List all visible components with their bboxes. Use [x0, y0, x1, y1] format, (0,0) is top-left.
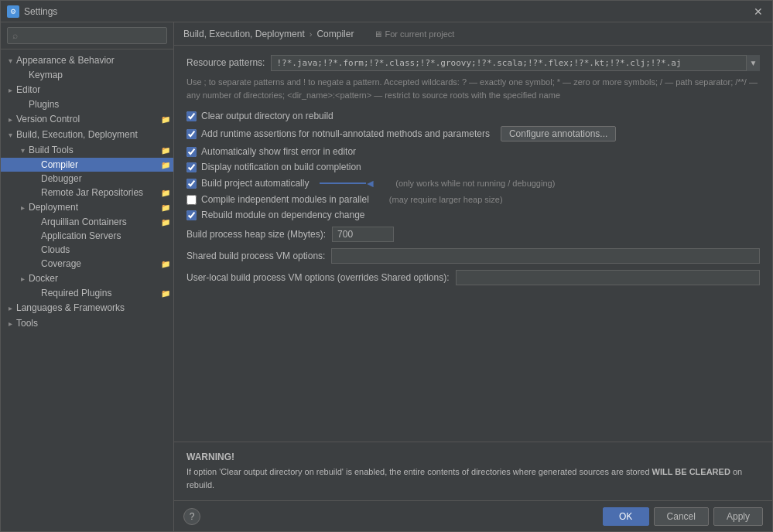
warning-text-content: If option 'Clear output directory on reb… [186, 467, 742, 489]
sidebar-item-remote-jar-repositories[interactable]: Remote Jar Repositories📁 [1, 186, 173, 200]
checkbox-row-build-automatically: Build project automatically◄(only works … [186, 177, 760, 189]
sidebar-item-label-compiler: Compiler [41, 159, 161, 170]
search-box [1, 22, 173, 49]
sidebar-item-label-build-tools: Build Tools [29, 145, 161, 155]
checkbox-rebuild-module[interactable] [186, 210, 197, 220]
checkbox-label-clear-output: Clear output directory on rebuild [201, 111, 333, 121]
breadcrumb-arrow: › [310, 29, 313, 39]
sidebar-item-editor[interactable]: ▸Editor [1, 82, 173, 97]
arrow-line [320, 182, 366, 184]
sidebar-item-label-application-servers: Application Servers [41, 230, 173, 241]
warning-text: If option 'Clear output directory on reb… [186, 466, 760, 491]
checkbox-show-first-error[interactable] [186, 147, 197, 157]
arrow-head-build-automatically: ◄ [364, 177, 375, 189]
sidebar-item-label-docker: Docker [29, 273, 173, 284]
folder-icon-coverage: 📁 [161, 260, 170, 268]
warning-title: WARNING! [186, 452, 760, 462]
checkbox-compile-independent[interactable] [186, 195, 197, 205]
sidebar-item-build-tools[interactable]: ▾Build Tools📁 [1, 142, 173, 158]
heap-size-row: Build process heap size (Mbytes): [186, 227, 760, 242]
app-icon: ⚙ [7, 5, 19, 18]
checkbox-add-runtime-assertions[interactable] [186, 129, 197, 139]
checkbox-build-automatically[interactable] [186, 179, 197, 189]
sidebar-item-label-required-plugins: Required Plugins [41, 288, 161, 298]
search-input[interactable] [7, 27, 167, 44]
checkbox-row-rebuild-module: Rebuild module on dependency change [186, 210, 760, 220]
sidebar-item-version-control[interactable]: ▸Version Control📁 [1, 111, 173, 127]
sidebar-item-tools[interactable]: ▸Tools [1, 315, 173, 331]
expand-arrow-languages-frameworks: ▸ [4, 302, 16, 314]
expand-arrow-editor: ▸ [4, 84, 16, 96]
arrow-indicator-build-automatically: ◄ [320, 177, 375, 189]
close-button[interactable]: ✕ [751, 5, 766, 18]
folder-icon-deployment: 📁 [161, 203, 170, 212]
breadcrumb-path2: Compiler [316, 29, 354, 39]
sidebar-item-arquillian-containers[interactable]: Arquillian Containers📁 [1, 215, 173, 229]
sidebar-item-label-editor: Editor [16, 84, 173, 95]
main-content: ▾Appearance & BehaviorKeymap▸EditorPlugi… [1, 22, 772, 531]
help-button[interactable]: ? [183, 508, 200, 525]
checkbox-row-show-first-error: Automatically show first error in editor [186, 146, 760, 157]
sidebar-item-label-plugins: Plugins [29, 99, 173, 110]
sidebar-item-label-languages-frameworks: Languages & Frameworks [16, 302, 173, 313]
expand-arrow-docker: ▸ [16, 272, 29, 285]
resource-patterns-label: Resource patterns: [186, 55, 265, 68]
configure-annotations-button[interactable]: Configure annotations... [501, 126, 616, 142]
checkbox-display-notification[interactable] [186, 162, 197, 172]
sidebar-item-compiler[interactable]: Compiler📁 [1, 158, 173, 172]
resource-patterns-row: Resource patterns: ▼ [186, 55, 760, 71]
user-local-vm-input[interactable] [456, 270, 761, 285]
sidebar-item-plugins[interactable]: Plugins [1, 97, 173, 111]
checkbox-clear-output[interactable] [186, 111, 197, 121]
sidebar-item-label-debugger: Debugger [41, 173, 173, 184]
project-icon: 🖥 [374, 29, 382, 39]
sidebar-item-label-clouds: Clouds [41, 244, 173, 255]
sidebar-item-docker[interactable]: ▸Docker [1, 271, 173, 286]
sidebar-item-clouds[interactable]: Clouds [1, 243, 173, 257]
checkbox-note-build-automatically: (only works while not running / debuggin… [395, 179, 555, 188]
checkbox-row-display-notification: Display notification on build completion [186, 162, 760, 172]
apply-button[interactable]: Apply [713, 507, 763, 526]
checkbox-row-compile-independent: Compile independent modules in parallel(… [186, 194, 760, 205]
ok-button[interactable]: OK [603, 507, 649, 526]
sidebar: ▾Appearance & BehaviorKeymap▸EditorPlugi… [1, 22, 174, 531]
project-label: For current project [385, 29, 455, 39]
settings-window: ⚙ Settings ✕ ▾Appearance & BehaviorKeyma… [0, 0, 773, 532]
resource-input-expand-button[interactable]: ▼ [746, 55, 760, 71]
warning-section: WARNING! If option 'Clear output directo… [174, 442, 772, 500]
title-bar: ⚙ Settings ✕ [1, 1, 772, 22]
sidebar-item-keymap[interactable]: Keymap [1, 68, 173, 82]
checkboxes-container: Clear output directory on rebuildAdd run… [186, 111, 760, 220]
expand-arrow-deployment: ▸ [16, 201, 29, 213]
expand-arrow-version-control: ▸ [4, 113, 16, 125]
sidebar-item-label-coverage: Coverage [41, 258, 161, 269]
sidebar-item-required-plugins[interactable]: Required Plugins📁 [1, 286, 173, 300]
cancel-button[interactable]: Cancel [654, 507, 709, 526]
shared-vm-label: Shared build process VM options: [186, 251, 325, 261]
sidebar-item-label-keymap: Keymap [29, 70, 173, 80]
sidebar-item-deployment[interactable]: ▸Deployment📁 [1, 200, 173, 215]
shared-vm-input[interactable] [331, 248, 760, 264]
sidebar-item-application-servers[interactable]: Application Servers [1, 229, 173, 243]
resource-patterns-help: Use ; to separate patterns and ! to nega… [186, 76, 760, 101]
sidebar-item-appearance-behavior[interactable]: ▾Appearance & Behavior [1, 53, 173, 68]
sidebar-item-debugger[interactable]: Debugger [1, 172, 173, 186]
folder-icon-arquillian-containers: 📁 [161, 218, 170, 227]
resource-patterns-input[interactable] [271, 55, 760, 71]
resource-input-wrap: ▼ [271, 55, 760, 71]
checkbox-label-compile-independent: Compile independent modules in parallel [201, 194, 369, 205]
checkbox-row-add-runtime-assertions: Add runtime assertions for notnull-annot… [186, 126, 760, 142]
heap-size-input[interactable] [332, 227, 394, 242]
folder-icon-build-tools: 📁 [161, 146, 170, 155]
sidebar-item-coverage[interactable]: Coverage📁 [1, 257, 173, 271]
breadcrumb-bar: Build, Execution, Deployment › Compiler … [174, 22, 772, 46]
shared-vm-row: Shared build process VM options: [186, 248, 760, 264]
panel-content: Resource patterns: ▼ Use ; to separate p… [174, 46, 772, 442]
sidebar-item-label-tools: Tools [16, 318, 173, 329]
sidebar-item-languages-frameworks[interactable]: ▸Languages & Frameworks [1, 300, 173, 315]
checkbox-label-show-first-error: Automatically show first error in editor [201, 146, 356, 157]
breadcrumb-path1: Build, Execution, Deployment [183, 29, 305, 39]
checkbox-label-build-automatically: Build project automatically [201, 178, 309, 189]
expand-arrow-appearance-behavior: ▾ [4, 54, 16, 66]
sidebar-item-build-execution-deployment[interactable]: ▾Build, Execution, Deployment [1, 127, 173, 142]
